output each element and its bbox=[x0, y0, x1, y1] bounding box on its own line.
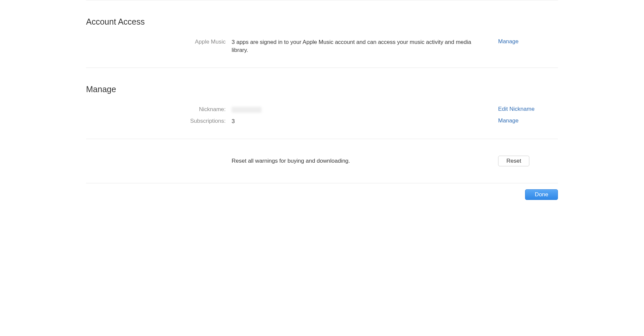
reset-warnings-section: Reset all warnings for buying and downlo… bbox=[86, 139, 558, 183]
nickname-label: Nickname: bbox=[86, 106, 226, 113]
account-access-title: Account Access bbox=[86, 17, 558, 27]
apple-music-description: 3 apps are signed in to your Apple Music… bbox=[232, 38, 492, 54]
done-button[interactable]: Done bbox=[525, 189, 558, 200]
footer: Done bbox=[86, 183, 558, 206]
subscriptions-label: Subscriptions: bbox=[86, 117, 226, 124]
subscriptions-row: Subscriptions: 3 Manage bbox=[86, 117, 558, 125]
manage-title: Manage bbox=[86, 84, 558, 94]
apple-music-label: Apple Music bbox=[86, 38, 226, 45]
subscriptions-manage-link[interactable]: Manage bbox=[498, 117, 518, 124]
edit-nickname-link[interactable]: Edit Nickname bbox=[498, 106, 535, 112]
apple-music-row: Apple Music 3 apps are signed in to your… bbox=[86, 38, 558, 54]
nickname-redacted bbox=[232, 107, 262, 113]
account-access-section: Account Access Apple Music 3 apps are si… bbox=[86, 0, 558, 68]
subscriptions-value: 3 bbox=[232, 117, 492, 125]
reset-warnings-description: Reset all warnings for buying and downlo… bbox=[232, 158, 492, 164]
apple-music-manage-link[interactable]: Manage bbox=[498, 38, 518, 45]
reset-button[interactable]: Reset bbox=[498, 156, 529, 166]
nickname-row: Nickname: Edit Nickname bbox=[86, 106, 558, 114]
manage-section: Manage Nickname: Edit Nickname Subscript… bbox=[86, 68, 558, 139]
nickname-value bbox=[232, 106, 492, 114]
